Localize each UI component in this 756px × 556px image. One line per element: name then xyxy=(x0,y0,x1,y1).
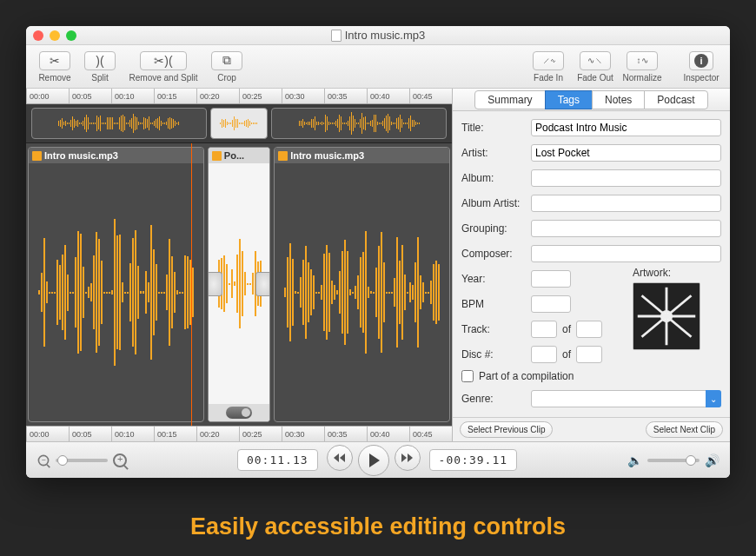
clip-3[interactable]: Intro music.mp3 xyxy=(274,147,450,422)
normalize-icon: ↕∿ xyxy=(637,56,648,65)
main-track[interactable]: Intro music.mp3 Po... Intro music.mp3 xyxy=(26,143,452,426)
chevron-down-icon[interactable]: ⌄ xyxy=(706,390,721,407)
zoom-in-icon[interactable]: + xyxy=(113,453,127,467)
fade-in-button[interactable]: ⟋∿ Fade In xyxy=(525,51,572,83)
track-label: Track: xyxy=(461,323,531,335)
app-window: Intro music.mp3 ✂ Remove )( Split ✂)( Re… xyxy=(26,26,730,478)
grouping-field[interactable] xyxy=(531,220,721,237)
grouping-label: Grouping: xyxy=(461,222,531,235)
year-field[interactable] xyxy=(531,270,571,288)
bpm-label: BPM xyxy=(461,298,531,310)
scissors-icon: ✂ xyxy=(50,54,60,68)
remove-and-split-button[interactable]: ✂)( Remove and Split xyxy=(122,51,205,83)
speaker-handle-left[interactable] xyxy=(208,272,222,296)
title-field[interactable] xyxy=(531,119,721,136)
tab-podcast[interactable]: Podcast xyxy=(644,90,707,109)
inspector-button[interactable]: i Inspector xyxy=(678,51,725,83)
position-time: 00:11.13 xyxy=(237,449,318,471)
overview-clip-2[interactable] xyxy=(210,108,269,139)
zoom-icon[interactable] xyxy=(66,30,76,41)
audio-file-icon xyxy=(278,151,288,161)
tab-notes[interactable]: Notes xyxy=(592,90,645,109)
document-icon xyxy=(331,30,342,42)
playhead[interactable] xyxy=(191,143,192,426)
tags-form: Title: Artist: Album: Album Artist: Grou… xyxy=(453,111,730,417)
track-total-field[interactable] xyxy=(576,321,602,338)
forward-button[interactable] xyxy=(395,445,421,471)
disc-total-field[interactable] xyxy=(576,346,602,363)
zoom-slider[interactable] xyxy=(56,459,108,462)
clip-title: Intro music.mp3 xyxy=(44,150,118,161)
scissors-split-icon: ✂)( xyxy=(154,54,172,68)
genre-label: Genre: xyxy=(461,393,531,405)
clip-title: Intro music.mp3 xyxy=(290,150,364,161)
transport-bar: − + 00:11.13 -00:39.11 🔈 🔊 xyxy=(26,441,730,478)
composer-field[interactable] xyxy=(531,245,721,262)
artwork-image[interactable] xyxy=(633,282,700,350)
artist-label: Artist: xyxy=(461,147,531,159)
compilation-checkbox[interactable] xyxy=(461,370,474,382)
tab-summary[interactable]: Summary xyxy=(474,90,545,109)
marketing-caption: Easily accessible editing controls xyxy=(0,513,756,540)
title-label: Title: xyxy=(461,122,531,134)
overview-track[interactable] xyxy=(26,104,452,143)
disc-number-field[interactable] xyxy=(531,346,557,363)
year-label: Year: xyxy=(461,273,531,285)
titlebar: Intro music.mp3 xyxy=(26,26,730,45)
toolbar: ✂ Remove )( Split ✂)( Remove and Split ⧉… xyxy=(26,45,730,89)
bpm-field[interactable] xyxy=(531,295,571,313)
split-button[interactable]: )( Split xyxy=(78,51,122,83)
audio-file-icon xyxy=(212,151,222,161)
album-field[interactable] xyxy=(531,169,721,187)
info-icon: i xyxy=(694,54,708,68)
compilation-label: Part of a compilation xyxy=(479,370,574,382)
window-title: Intro music.mp3 xyxy=(331,29,425,42)
album-artist-field[interactable] xyxy=(531,195,721,212)
fade-out-button[interactable]: ∿⟍ Fade Out xyxy=(572,51,619,83)
split-icon: )( xyxy=(96,54,103,68)
fade-out-icon: ∿⟍ xyxy=(587,56,603,65)
zoom-out-icon[interactable]: − xyxy=(38,454,50,466)
album-artist-label: Album Artist: xyxy=(461,197,531,209)
window-title-text: Intro music.mp3 xyxy=(345,29,425,42)
minimize-icon[interactable] xyxy=(50,30,60,41)
select-next-clip-button[interactable]: Select Next Clip xyxy=(646,421,723,438)
normalize-button[interactable]: ↕∿ Normalize xyxy=(619,51,666,83)
select-prev-clip-button[interactable]: Select Previous Clip xyxy=(460,421,553,438)
disc-label: Disc #: xyxy=(461,348,531,361)
artwork-label: Artwork: xyxy=(633,267,711,279)
remove-button[interactable]: ✂ Remove xyxy=(31,51,78,83)
clip-title: Po... xyxy=(224,150,244,161)
inspector-tabs: SummaryTagsNotesPodcast xyxy=(453,89,730,111)
play-button[interactable] xyxy=(358,445,389,476)
audio-file-icon xyxy=(32,151,42,161)
clip-1[interactable]: Intro music.mp3 xyxy=(28,147,204,422)
overview-clip-3[interactable] xyxy=(271,108,447,139)
composer-label: Composer: xyxy=(461,248,531,260)
waveform-editor: 00:0000:0500:1000:1500:2000:2500:3000:35… xyxy=(26,89,452,441)
close-icon[interactable] xyxy=(33,30,43,41)
tab-tags[interactable]: Tags xyxy=(545,90,593,109)
record-toggle[interactable] xyxy=(226,407,252,419)
volume-low-icon: 🔈 xyxy=(627,453,642,467)
genre-field[interactable] xyxy=(531,390,721,407)
speaker-handle-right[interactable] xyxy=(255,272,270,296)
inspector-panel: SummaryTagsNotesPodcast Title: Artist: A… xyxy=(452,89,730,441)
volume-high-icon: 🔊 xyxy=(705,453,720,467)
time-ruler-bottom[interactable]: 00:0000:0500:1000:1500:2000:2500:3000:35… xyxy=(26,426,452,441)
traffic-lights xyxy=(33,30,76,41)
volume-controls: 🔈 🔊 xyxy=(627,453,720,467)
overview-clip-1[interactable] xyxy=(31,108,207,139)
play-icon xyxy=(369,453,380,467)
clip-2[interactable]: Po... xyxy=(208,147,270,422)
crop-icon: ⧉ xyxy=(222,53,231,68)
rewind-button[interactable] xyxy=(327,445,353,471)
artist-field[interactable] xyxy=(531,144,721,162)
volume-slider[interactable] xyxy=(647,459,700,462)
zoom-controls: − + xyxy=(36,453,127,467)
crop-button[interactable]: ⧉ Crop xyxy=(205,51,249,83)
time-ruler-top[interactable]: 00:0000:0500:1000:1500:2000:2500:3000:35… xyxy=(26,89,452,104)
fade-in-icon: ⟋∿ xyxy=(542,56,555,65)
track-number-field[interactable] xyxy=(531,321,557,338)
inspector-footer: Select Previous Clip Select Next Clip xyxy=(453,417,730,441)
